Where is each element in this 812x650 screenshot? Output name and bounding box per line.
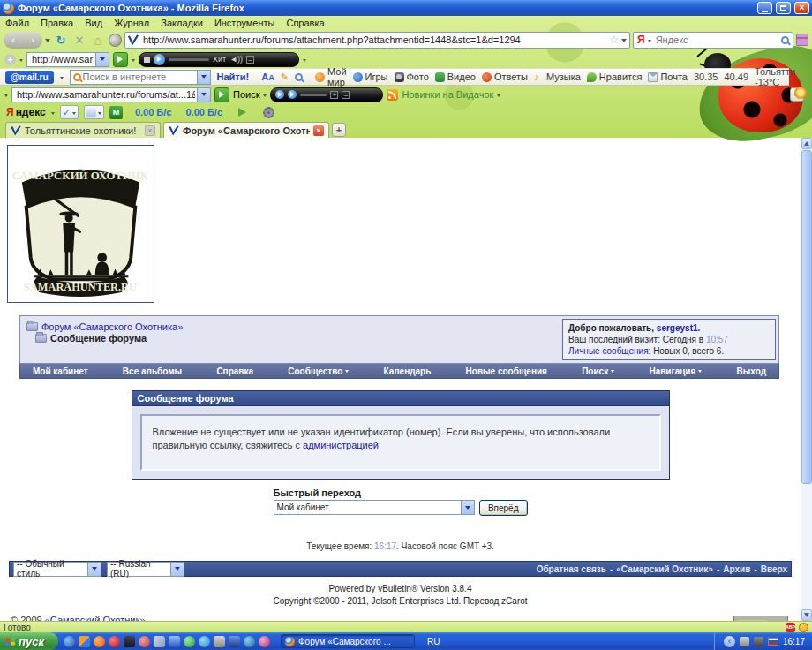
search-engine-caret-icon[interactable]: [648, 40, 651, 44]
nav-navigation[interactable]: Навигация: [649, 367, 702, 376]
caret-icon[interactable]: [132, 59, 135, 64]
caret-icon[interactable]: [19, 59, 23, 64]
quicklaunch-icon[interactable]: [199, 636, 210, 647]
menu-bookmarks[interactable]: Закладки: [161, 18, 203, 28]
mailru-games[interactable]: Игры: [353, 72, 388, 82]
search-magnifier-icon[interactable]: [781, 36, 789, 44]
reload-icon[interactable]: ↻: [53, 32, 69, 48]
smiley-addon-icon[interactable]: [799, 623, 808, 632]
caret-icon[interactable]: [263, 94, 267, 99]
nav-help[interactable]: Справка: [216, 367, 253, 376]
quicklaunch-icon[interactable]: [259, 636, 270, 647]
vidachok-news-link[interactable]: Новинки на Видачок: [402, 89, 493, 100]
quicklaunch-icon[interactable]: [184, 636, 195, 647]
contact-link[interactable]: Обратная связь: [537, 564, 606, 574]
nav-calendar[interactable]: Календарь: [384, 367, 432, 376]
username-link[interactable]: sergeyst1.: [657, 323, 700, 333]
start-button[interactable]: пуск: [0, 632, 58, 650]
firefox-task-button[interactable]: Форум «Самарского ...: [281, 634, 415, 648]
mini-volume-icon[interactable]: +: [330, 91, 338, 99]
mini-track-slider[interactable]: [300, 94, 327, 96]
russian-flag-icon[interactable]: [768, 638, 778, 646]
player-track-slider[interactable]: [169, 58, 209, 61]
caret-icon[interactable]: [51, 112, 55, 117]
url-input[interactable]: [141, 34, 606, 46]
nav-search[interactable]: Поиск: [582, 367, 614, 376]
tab-close-icon[interactable]: ×: [145, 125, 155, 136]
font-size-icon[interactable]: AA: [261, 72, 274, 82]
player-stop-icon[interactable]: [144, 57, 150, 63]
yandex-settings-gear-icon[interactable]: [263, 107, 274, 118]
translate-button[interactable]: [84, 105, 104, 119]
tab-samara-hunter-forum[interactable]: Форум «Самарского Охотника» ×: [163, 122, 329, 138]
quicklaunch-icon[interactable]: [94, 636, 105, 647]
session-restore-icon[interactable]: [109, 34, 122, 47]
nav-new-messages[interactable]: Новые сообщения: [466, 367, 547, 376]
edit-pencil-icon[interactable]: ✎: [281, 72, 289, 83]
menu-edit[interactable]: Правка: [41, 18, 73, 28]
player-play-icon[interactable]: [154, 54, 165, 65]
back-forward-buttons[interactable]: ‹›: [4, 32, 42, 49]
player-minimize-icon[interactable]: –: [246, 56, 254, 64]
tray-chevron-icon[interactable]: ‹: [724, 636, 735, 647]
toolbar-search-label[interactable]: Поиск: [233, 89, 259, 100]
language-indicator[interactable]: RU: [427, 637, 440, 646]
vertical-scrollbar[interactable]: [801, 138, 812, 621]
scrollbar-thumb[interactable]: [801, 150, 812, 484]
quicklaunch-icon[interactable]: [109, 636, 120, 647]
quick-jump-select[interactable]: Мой кабинет: [274, 500, 475, 515]
quicklaunch-icon[interactable]: [79, 636, 90, 647]
quicklaunch-icon[interactable]: [169, 636, 180, 647]
zoom-magnifier-icon[interactable]: [295, 73, 303, 81]
select-dropdown-icon[interactable]: [461, 501, 474, 514]
adblock-icon[interactable]: ABP: [786, 623, 795, 632]
player-volume-icon[interactable]: ◄)): [229, 55, 243, 64]
close-button[interactable]: ×: [794, 2, 809, 14]
caret-icon[interactable]: [60, 77, 64, 81]
quicklaunch-icon[interactable]: [124, 636, 135, 647]
tab-close-icon[interactable]: ×: [313, 125, 324, 136]
mini-pause-icon[interactable]: [288, 90, 297, 99]
toolbar-settings-gear-icon[interactable]: [794, 87, 807, 99]
stop-icon[interactable]: ✕: [71, 32, 87, 48]
yandex-toolbar-logo[interactable]: Яндекс: [6, 106, 46, 118]
quick-url-input[interactable]: [30, 53, 95, 65]
home-icon[interactable]: ⌂: [90, 32, 106, 48]
tab-tolyatti-hunters[interactable]: Тольяттинские охотники! - Страниц... ×: [5, 122, 161, 138]
go-forward-button[interactable]: Вперёд: [479, 500, 528, 516]
administration-link[interactable]: администрацией: [303, 440, 379, 450]
mini-play-icon[interactable]: [275, 90, 284, 99]
mailru-likes[interactable]: Нравится: [587, 72, 643, 82]
caret-icon[interactable]: [497, 94, 500, 99]
combo-dropdown-icon[interactable]: [197, 71, 210, 84]
quicklaunch-icon[interactable]: [154, 636, 165, 647]
mailru-music[interactable]: ♪Музыка: [534, 72, 581, 82]
breadcrumb-root-link[interactable]: Форум «Самарского Охотника»: [41, 321, 183, 332]
site-logo-image[interactable]: САМАРСКИЙ ОХОТНИК SAMARAHUNTER.RU: [7, 145, 154, 303]
mini-minimize-icon[interactable]: –: [342, 91, 350, 99]
quicklaunch-icon[interactable]: [244, 636, 255, 647]
nav-my-cabinet[interactable]: Мой кабинет: [33, 367, 88, 376]
menu-tools[interactable]: Инструменты: [214, 18, 275, 28]
select-dropdown-icon[interactable]: [170, 563, 184, 576]
combo-dropdown-icon[interactable]: [197, 88, 210, 102]
quicklaunch-icon[interactable]: [214, 636, 225, 647]
maximize-button[interactable]: [776, 2, 791, 14]
play-icon[interactable]: [238, 108, 251, 117]
web-search-input[interactable]: [654, 34, 778, 46]
nav-logout[interactable]: Выход: [737, 367, 766, 376]
rss-icon[interactable]: [387, 89, 398, 101]
site-copyright-link[interactable]: «Самарский Охотник»: [45, 615, 146, 621]
style-select[interactable]: -- Обычный стиль: [13, 562, 102, 577]
menu-file[interactable]: Файл: [5, 18, 29, 28]
menu-help[interactable]: Справка: [286, 18, 324, 28]
bookmark-star-icon[interactable]: ☆: [609, 34, 619, 46]
yandex-money-icon[interactable]: М: [109, 106, 123, 119]
toolbar-search-go-button[interactable]: [214, 87, 229, 102]
led-counter[interactable]: 2 636 217 217: [733, 616, 788, 621]
mailru-my-world[interactable]: Мой мир: [315, 66, 347, 87]
scroll-down-button[interactable]: [801, 609, 812, 621]
mailru-photo[interactable]: Фото: [395, 72, 429, 82]
minimize-button[interactable]: [757, 2, 772, 14]
url-dropdown-icon[interactable]: [621, 39, 627, 45]
